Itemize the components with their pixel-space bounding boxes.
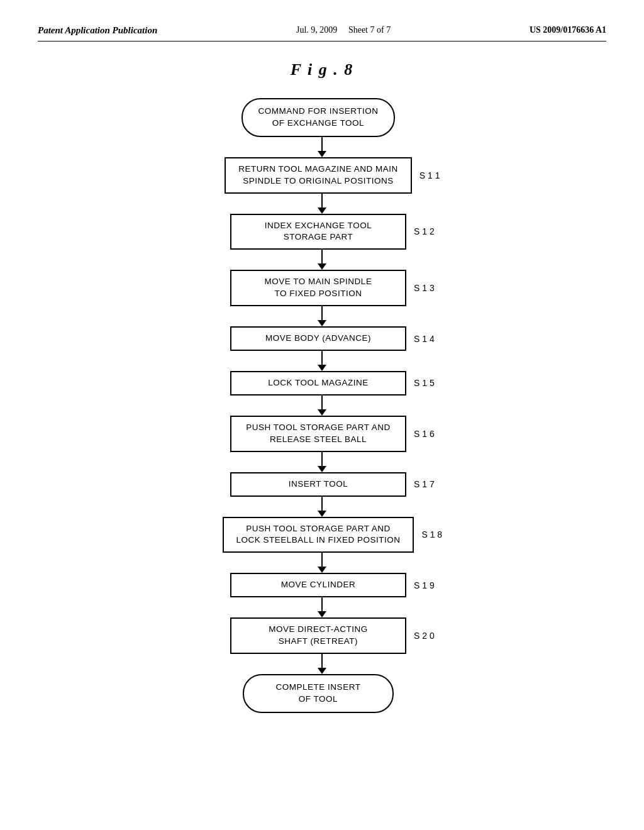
- step-box-s16: PUSH TOOL STORAGE PART AND RELEASE STEEL…: [230, 416, 406, 452]
- step-box-s18: PUSH TOOL STORAGE PART AND LOCK STEELBAL…: [223, 517, 414, 553]
- step-wrapper-s18: PUSH TOOL STORAGE PART AND LOCK STEELBAL…: [38, 517, 606, 553]
- step-label-s16: S 1 6: [414, 429, 452, 439]
- step-wrapper-s17: INSERT TOOLS 1 7: [38, 472, 606, 497]
- step-label-s17: S 1 7: [414, 479, 452, 489]
- header-patent-number: US 2009/0176636 A1: [530, 25, 606, 35]
- step-wrapper-s19: MOVE CYLINDERS 1 9: [38, 573, 606, 597]
- step-box-end: COMPLETE INSERT OF TOOL: [243, 674, 394, 713]
- arrow-s19-to-s20: [318, 597, 326, 617]
- arrow-s17-to-s18: [318, 497, 326, 517]
- step-box-s17: INSERT TOOL: [230, 472, 406, 497]
- step-box-s19: MOVE CYLINDER: [230, 573, 406, 597]
- arrow-s18-to-s19: [318, 553, 326, 573]
- step-box-s12: INDEX EXCHANGE TOOL STORAGE PART: [230, 214, 406, 250]
- arrow-s16-to-s17: [318, 452, 326, 472]
- step-label-s12: S 1 2: [414, 226, 452, 236]
- step-box-s11: RETURN TOOL MAGAZINE AND MAIN SPINDLE TO…: [225, 157, 412, 194]
- page: Patent Application Publication Jul. 9, 2…: [0, 0, 644, 830]
- step-wrapper-s15: LOCK TOOL MAGAZINES 1 5: [38, 371, 606, 396]
- flowchart: COMMAND FOR INSERTION OF EXCHANGE TOOLRE…: [38, 98, 606, 713]
- step-wrapper-s14: MOVE BODY (ADVANCE)S 1 4: [38, 326, 606, 351]
- arrow-s20-to-end: [318, 654, 326, 674]
- step-wrapper-s20: MOVE DIRECT-ACTING SHAFT (RETREAT)S 2 0: [38, 617, 606, 654]
- step-box-s15: LOCK TOOL MAGAZINE: [230, 371, 406, 396]
- arrow-start-to-s11: [318, 137, 326, 157]
- arrow-s14-to-s15: [318, 351, 326, 371]
- step-label-s19: S 1 9: [414, 580, 452, 590]
- step-box-s13: MOVE TO MAIN SPINDLE TO FIXED POSITION: [230, 270, 406, 306]
- step-label-s13: S 1 3: [414, 283, 452, 293]
- step-box-start: COMMAND FOR INSERTION OF EXCHANGE TOOL: [242, 98, 394, 137]
- step-label-s14: S 1 4: [414, 334, 452, 344]
- header-publication-label: Patent Application Publication: [38, 25, 157, 36]
- header-center: Jul. 9, 2009 Sheet 7 of 7: [296, 25, 391, 35]
- arrow-s15-to-s16: [318, 396, 326, 416]
- step-label-s11: S 1 1: [419, 170, 457, 180]
- step-box-s14: MOVE BODY (ADVANCE): [230, 326, 406, 351]
- header: Patent Application Publication Jul. 9, 2…: [38, 25, 606, 42]
- step-wrapper-start: COMMAND FOR INSERTION OF EXCHANGE TOOL: [38, 98, 606, 137]
- step-wrapper-end: COMPLETE INSERT OF TOOL: [38, 674, 606, 713]
- step-wrapper-s16: PUSH TOOL STORAGE PART AND RELEASE STEEL…: [38, 416, 606, 452]
- arrow-s12-to-s13: [318, 250, 326, 270]
- header-date: Jul. 9, 2009: [296, 25, 337, 35]
- step-wrapper-s12: INDEX EXCHANGE TOOL STORAGE PARTS 1 2: [38, 214, 606, 250]
- arrow-s11-to-s12: [318, 194, 326, 214]
- step-label-s15: S 1 5: [414, 378, 452, 388]
- header-sheet: Sheet 7 of 7: [348, 25, 391, 35]
- step-label-s18: S 1 8: [421, 529, 459, 540]
- step-box-s20: MOVE DIRECT-ACTING SHAFT (RETREAT): [230, 617, 406, 654]
- figure-title: F i g . 8: [38, 60, 606, 79]
- arrow-s13-to-s14: [318, 306, 326, 326]
- step-label-s20: S 2 0: [414, 631, 452, 641]
- step-wrapper-s13: MOVE TO MAIN SPINDLE TO FIXED POSITIONS …: [38, 270, 606, 306]
- step-wrapper-s11: RETURN TOOL MAGAZINE AND MAIN SPINDLE TO…: [38, 157, 606, 194]
